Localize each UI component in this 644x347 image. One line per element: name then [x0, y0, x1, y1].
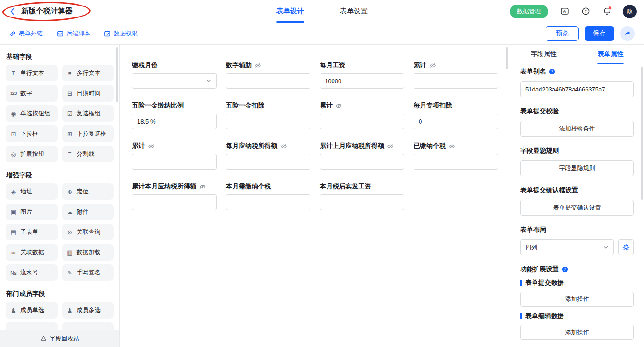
field-input[interactable]	[226, 154, 310, 170]
help-button[interactable]: ?	[581, 6, 591, 17]
sidebar-item-label: 附件	[77, 208, 89, 216]
sidebar-item-member-single[interactable]: ♟成员单选	[6, 302, 58, 319]
field-label: 已缴纳个税	[414, 142, 446, 150]
notifications-button[interactable]	[602, 6, 612, 17]
field-input[interactable]	[132, 154, 217, 170]
panel-button-field-visibility[interactable]: 字段显隐规则	[520, 160, 634, 176]
sidebar-item-single-line-text[interactable]: T单行文本	[6, 65, 58, 81]
canvas-scrollbar[interactable]	[506, 47, 508, 69]
field-select[interactable]	[132, 73, 217, 89]
form-field[interactable]: 累计	[320, 102, 404, 129]
field-input[interactable]	[320, 114, 404, 129]
form-field[interactable]: 数字辅助	[226, 61, 310, 89]
field-label: 五险一金扣除	[226, 102, 264, 110]
sidebar-item-member-multi[interactable]: ♟成员多选	[62, 302, 114, 319]
top-header: 新版个税计算器 表单设计表单设置 数据管理 A ? 政	[0, 0, 644, 23]
field-input[interactable]: 18.5 %	[132, 114, 217, 129]
field-label: 累计本月应纳税所得额	[132, 182, 196, 191]
field-input[interactable]: 0	[414, 114, 498, 129]
sidebar-item-subform[interactable]: ▤子表单	[6, 224, 58, 240]
sidebar-item-radio-group[interactable]: ◉单选按钮组	[6, 105, 58, 122]
ext-sub-button-edit-data[interactable]: 添加操作	[520, 325, 634, 340]
translate-button[interactable]: A	[559, 6, 569, 17]
sidebar-item-checkbox-group[interactable]: ☑复选框组	[62, 105, 114, 122]
form-design-canvas[interactable]: 缴税月份数字辅助每月工资10000累计五险一金缴纳比例18.5 %五险一金扣除累…	[120, 45, 510, 347]
panel-button-submit-validation[interactable]: 添加校验条件	[520, 121, 634, 137]
form-field[interactable]: 累计	[132, 142, 217, 170]
form-field[interactable]: 累计上月应纳税所得额	[320, 142, 404, 170]
sidebar-item-divider[interactable]: Ξ分割线	[62, 146, 114, 162]
help-question-icon[interactable]: ?	[562, 266, 568, 273]
form-field[interactable]: 已缴纳个税	[414, 142, 498, 170]
form-layout-select[interactable]: 四列	[520, 239, 614, 255]
sidebar-item-serial-number[interactable]: №流水号	[6, 264, 58, 281]
sidebar-item-signature[interactable]: ✎手写签名	[62, 264, 114, 281]
save-button[interactable]: 保存	[585, 26, 614, 41]
avatar[interactable]: 政	[623, 5, 637, 18]
field-label: 累计	[414, 61, 426, 69]
data-manage-button[interactable]: 数据管理	[510, 5, 548, 18]
address-icon: ◈	[9, 189, 17, 195]
sidebar-item-number[interactable]: 123数字	[6, 85, 58, 102]
datetime-icon: ⊟	[66, 91, 74, 97]
sidebar-item-attachment[interactable]: ☁附件	[62, 204, 114, 220]
sidebar-item-dropdown-multi[interactable]: ⊞下拉复选框	[62, 125, 114, 142]
header-tab-form-design[interactable]: 表单设计	[276, 0, 304, 23]
field-input[interactable]: 10000	[320, 73, 404, 89]
form-field[interactable]: 每月工资10000	[320, 61, 404, 89]
help-question-icon[interactable]: ?	[549, 68, 555, 75]
panel-tab-field-props[interactable]: 字段属性	[510, 45, 577, 64]
sidebar-item-data-load[interactable]: ▥数据加载	[62, 244, 114, 261]
share-button[interactable]	[620, 26, 635, 41]
field-input[interactable]	[320, 154, 404, 170]
sidebar-item-label: 关联数据	[20, 248, 44, 256]
sidebar-item-extend-button[interactable]: ◎扩展按钮	[6, 146, 58, 162]
ext-settings-label: 功能扩展设置	[520, 265, 559, 273]
sidebar-item-label: 下拉框	[20, 130, 38, 138]
form-field[interactable]: 五险一金缴纳比例18.5 %	[132, 102, 217, 129]
sidebar-item-relation-query[interactable]: ⊙关联查询	[62, 224, 114, 240]
section-marker	[520, 313, 522, 319]
sidebar-item-datetime[interactable]: ⊟日期时间	[62, 85, 114, 102]
form-alias-input[interactable]: 51dad203a46b78a4666375a7	[520, 81, 634, 97]
sidebar-item-dropdown[interactable]: ⊡下拉框	[6, 125, 58, 142]
back-button[interactable]	[7, 6, 17, 17]
form-field[interactable]: 本月税后实发工资	[320, 182, 404, 210]
field-input[interactable]	[414, 154, 498, 170]
form-field[interactable]: 每月应纳税所得额	[226, 142, 310, 170]
properties-panel: 字段属性表单属性 表单别名 ? 51dad203a46b78a4666375a7…	[510, 45, 644, 347]
properties-tabs: 字段属性表单属性	[510, 45, 644, 64]
form-field[interactable]: 每月专项扣除0	[414, 102, 498, 129]
field-input[interactable]	[132, 194, 217, 210]
form-field[interactable]: 累计	[414, 61, 498, 89]
form-field[interactable]: 本月需缴纳个税	[226, 182, 310, 210]
toolbar-link-data-permission[interactable]: 数据权限	[104, 29, 138, 38]
sidebar-item-image[interactable]: ▣图片	[6, 204, 58, 220]
panel-tab-form-props[interactable]: 表单属性	[577, 45, 644, 64]
field-input[interactable]	[226, 114, 310, 129]
preview-button[interactable]: 预览	[546, 26, 579, 41]
sidebar-item-address[interactable]: ◈地址	[6, 183, 58, 200]
form-field[interactable]: 五险一金扣除	[226, 102, 310, 129]
form-field[interactable]: 累计本月应纳税所得额	[132, 182, 217, 210]
field-input[interactable]	[226, 73, 310, 89]
sidebar-item-multi-line-text[interactable]: ≡多行文本	[62, 65, 114, 81]
ext-sub-button-submit-data[interactable]: 添加操作	[520, 292, 634, 307]
panel-scrollbar[interactable]	[641, 67, 643, 200]
sidebar-item-location[interactable]: ⊕定位	[62, 183, 114, 200]
form-field[interactable]: 缴税月份	[132, 61, 217, 89]
field-label: 数字辅助	[226, 61, 252, 69]
toolbar-link-backend-script[interactable]: 后端脚本	[57, 29, 90, 38]
header-tab-form-settings[interactable]: 表单设置	[340, 0, 368, 23]
field-recycle-bin[interactable]: 字段回收站	[0, 330, 119, 347]
field-input[interactable]	[414, 73, 498, 89]
sidebar-item-relation-data[interactable]: ∞关联数据	[6, 244, 58, 261]
field-input[interactable]	[226, 194, 310, 210]
field-input[interactable]	[320, 194, 404, 210]
sidebar-scrollbar[interactable]	[116, 47, 118, 102]
panel-button-submit-confirm[interactable]: 表单提交确认设置	[520, 200, 634, 216]
number-icon: 123	[9, 91, 17, 96]
layout-settings-button[interactable]	[618, 239, 634, 255]
form-layout-value: 四列	[525, 243, 537, 251]
toolbar-link-form-external-link[interactable]: 表单外链	[9, 29, 43, 38]
